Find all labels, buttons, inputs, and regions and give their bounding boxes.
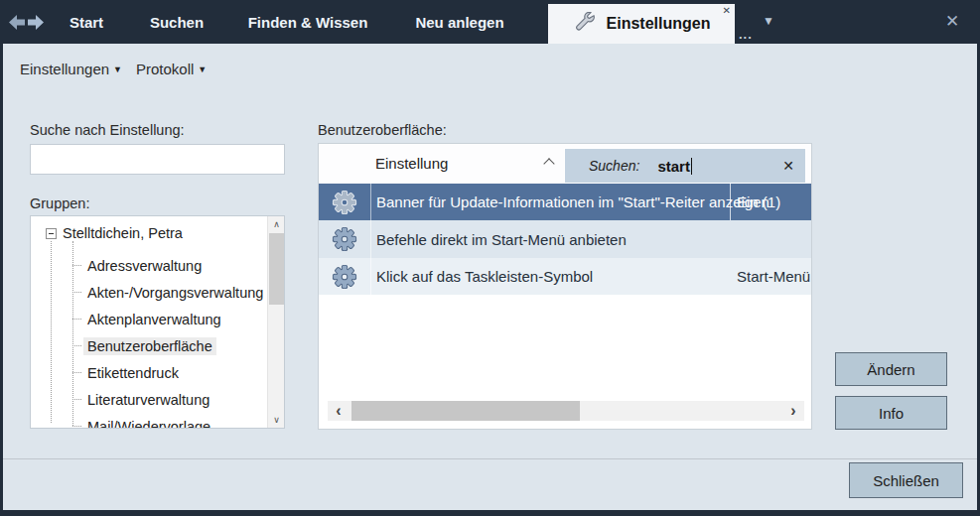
tree-item-aktenplanverwaltung[interactable]: Aktenplanverwaltung (83, 311, 225, 328)
tree-item-adressverwaltung[interactable]: Adressverwaltung (83, 257, 206, 275)
table-search-label: Suchen: (589, 158, 639, 174)
table-row[interactable]: Befehle direkt im Start-Menü anbieten (319, 220, 811, 258)
tab-einstellungen-active[interactable]: Einstellungen ✕ (548, 4, 735, 44)
gear-icon (319, 258, 370, 295)
tab-overflow-dots: ... (739, 27, 753, 42)
forward-arrow-icon[interactable] (27, 15, 44, 34)
tree-guide-stub (72, 345, 81, 346)
menu-einstellungen[interactable]: Einstellungen▼ (20, 61, 122, 77)
wrench-icon (573, 12, 598, 37)
settings-table: Einstellung Suchen: start ✕ Bann (318, 143, 812, 430)
setting-label: Befehle direkt im Start-Menü anbieten (376, 231, 627, 248)
table-search-box[interactable]: Suchen: start ✕ (564, 148, 806, 184)
gear-icon (319, 220, 370, 258)
setting-value: Ein (1) (737, 194, 780, 210)
settings-window: Start Suchen Finden & Wissen Neu anlegen… (0, 0, 980, 516)
footer-divider (3, 458, 977, 459)
tab-neu-anlegen[interactable]: Neu anlegen (401, 0, 518, 44)
tab-dropdown-icon[interactable]: ▼ (763, 14, 774, 28)
chevron-down-icon: ▼ (113, 64, 122, 74)
tree-item-literaturverwaltung[interactable]: Literaturverwaltung (83, 391, 213, 409)
search-close-icon[interactable]: ✕ (782, 158, 794, 174)
table-search-value[interactable]: start (657, 158, 690, 175)
info-button[interactable]: Info (835, 396, 947, 430)
tree-guide-stub (72, 372, 81, 373)
aendern-button[interactable]: Ändern (835, 352, 947, 386)
tree-item-etikettendruck[interactable]: Etikettendruck (83, 364, 183, 382)
tree-scrollbar[interactable]: ∧ ∨ (267, 216, 284, 428)
column-divider (730, 184, 731, 220)
tree-guide-stub (72, 292, 81, 293)
scrollbar-down-icon[interactable]: ∨ (268, 412, 285, 428)
table-row-selected[interactable]: Banner für Update-Informationen im "Star… (319, 184, 811, 220)
tab-bar: Start Suchen Finden & Wissen Neu anlegen… (0, 0, 980, 44)
tree-item-benutzeroberflaeche[interactable]: Benutzeroberfläche (83, 337, 216, 355)
setting-label: Banner für Update-Informationen im "Star… (376, 194, 770, 210)
scrollbar-up-icon[interactable]: ∧ (268, 216, 285, 232)
groups-tree: Stelltdichein, Petra Adressverwaltung Ak… (30, 215, 285, 429)
tree-collapse-icon[interactable] (46, 228, 57, 239)
groups-label: Gruppen: (30, 195, 89, 211)
hscroll-thumb[interactable] (351, 401, 580, 421)
hscroll-right-icon[interactable]: › (782, 401, 804, 421)
search-setting-input[interactable] (30, 144, 285, 175)
chevron-down-icon: ▼ (198, 64, 207, 74)
text-cursor (691, 158, 692, 175)
tab-suchen[interactable]: Suchen (140, 0, 213, 44)
column-divider (370, 220, 371, 258)
tab-finden-wissen[interactable]: Finden & Wissen (232, 0, 383, 44)
tree-item-mail-wiedervorlage[interactable]: Mail/Wiedervorlage (83, 418, 214, 429)
column-header-label: Einstellung (375, 155, 448, 172)
setting-label: Klick auf das Taskleisten-Symbol (376, 268, 593, 285)
schliessen-button[interactable]: Schließen (849, 462, 963, 498)
menu-protokoll[interactable]: Protokoll▼ (136, 61, 207, 77)
scrollbar-thumb[interactable] (269, 233, 284, 305)
back-arrow-icon[interactable] (9, 15, 26, 34)
tree-guide-stub (72, 426, 81, 427)
tab-close-icon[interactable]: ✕ (723, 5, 731, 16)
tree-guide-line (51, 241, 52, 423)
table-row[interactable]: Klick auf das Taskleisten-Symbol Start-M… (319, 258, 811, 295)
table-horizontal-scrollbar[interactable]: ‹ › (328, 401, 804, 421)
tree-item-akten-vorgangsverwaltung[interactable]: Akten-/Vorgangsverwaltung (83, 284, 267, 302)
window-close-icon[interactable]: ✕ (945, 11, 959, 32)
tree-guide-stub (72, 265, 81, 266)
column-divider (370, 184, 371, 220)
tree-guide-stub (72, 399, 81, 400)
tree-root-item[interactable]: Stelltdichein, Petra (63, 225, 183, 241)
panel-label: Benutzeroberfläche: (318, 122, 447, 138)
active-tab-label: Einstellungen (607, 15, 711, 33)
search-setting-label: Suche nach Einstellung: (30, 122, 185, 138)
column-divider (370, 258, 371, 295)
hscroll-left-icon[interactable]: ‹ (328, 401, 350, 421)
tree-guide-stub (72, 319, 81, 320)
sort-ascending-icon (543, 158, 554, 169)
content-area: Einstellungen▼ Protokoll▼ Suche nach Ein… (3, 44, 977, 510)
setting-value: Start-Menü (737, 268, 810, 285)
gear-icon (319, 184, 370, 220)
tab-start[interactable]: Start (56, 0, 117, 44)
